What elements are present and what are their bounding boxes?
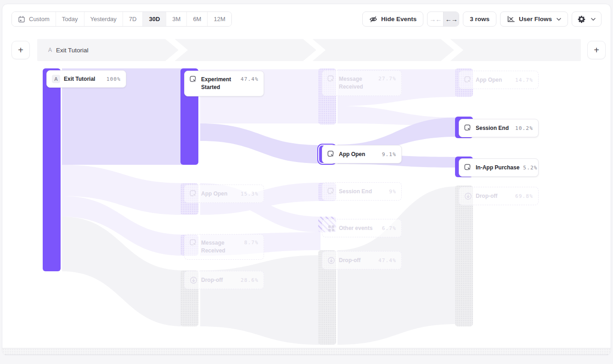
event-icon	[327, 188, 335, 196]
date-range-30d[interactable]: 30D	[142, 12, 166, 26]
start-event-title: Exit Tutorial	[56, 47, 89, 54]
event-share: 14.7%	[515, 77, 533, 83]
event-icon	[327, 75, 335, 83]
footer-strip	[2, 348, 611, 355]
date-range-selector: CustomTodayYesterday7D30D3M6M12M	[11, 11, 232, 27]
spacing-toggle: →← ←→	[427, 11, 459, 27]
flow-node-app-open-s3[interactable]: App Open14.7%	[459, 71, 539, 89]
flow-node-exit-tutorial[interactable]: AExit Tutorial100%	[46, 70, 126, 88]
toolbar-right: Hide Events →← ←→ 3 rows User Flows	[362, 11, 602, 27]
hide-events-label: Hide Events	[381, 16, 416, 22]
add-step-right-button[interactable]: +	[587, 41, 606, 59]
settings-button[interactable]	[572, 11, 602, 27]
date-range-label: Today	[62, 16, 78, 22]
event-share: 47.4%	[241, 76, 259, 82]
add-step-left-button[interactable]: +	[11, 41, 30, 59]
flow-ribbon-message-received-s2-to-session-end-s3	[337, 106, 457, 126]
date-range-custom[interactable]: Custom	[12, 12, 56, 26]
date-range-label: Yesterday	[90, 16, 117, 22]
flow-ribbon-exit-tutorial-to-message-received-s1	[62, 196, 183, 256]
view-selector-button[interactable]: User Flows	[500, 11, 568, 27]
event-share: 28.6%	[241, 277, 259, 283]
date-range-today[interactable]: Today	[56, 12, 84, 26]
flow-bar-exit-tutorial[interactable]	[43, 68, 61, 271]
flow-step-band: A Exit Tutorial	[37, 39, 581, 61]
event-name: Drop-off	[339, 257, 375, 264]
date-range-label: Custom	[29, 16, 50, 22]
event-share: 9%	[389, 189, 396, 195]
event-name: Experiment Started	[201, 76, 237, 91]
flow-node-experiment-started[interactable]: Experiment Started47.4%	[184, 71, 264, 96]
flow-node-drop-off-s1[interactable]: Drop-off28.6%	[184, 271, 264, 289]
event-badge: A	[52, 75, 60, 83]
other-events-icon	[327, 224, 335, 232]
event-name: Session End	[476, 124, 512, 132]
gear-icon	[578, 15, 585, 23]
flow-node-in-app-purchase-s3[interactable]: In-App Purchase5.2%	[459, 158, 539, 177]
flow-chart-icon	[507, 16, 515, 23]
flow-ribbon-drop-off-s1-to-drop-off-s2	[200, 255, 321, 345]
flow-node-session-end-s2[interactable]: Session End9%	[322, 182, 402, 201]
event-badge: A	[48, 47, 52, 53]
event-name: Drop-off	[201, 276, 237, 284]
drop-off-icon	[327, 257, 335, 264]
event-icon	[327, 151, 335, 158]
view-selector-label: User Flows	[519, 16, 552, 22]
event-icon	[190, 190, 197, 198]
event-name: App Open	[339, 151, 378, 158]
event-name: Session End	[339, 188, 385, 196]
drop-off-icon	[190, 276, 197, 284]
toolbar: CustomTodayYesterday7D30D3M6M12M Hide Ev…	[11, 11, 602, 27]
flow-node-drop-off-s2[interactable]: Drop-off47.4%	[322, 251, 402, 269]
rows-label: 3 rows	[470, 16, 489, 22]
flow-node-message-received-s2[interactable]: Message Received27.7%	[322, 70, 402, 96]
collapse-columns-button[interactable]: →←	[427, 12, 443, 26]
event-share: 100%	[107, 76, 121, 82]
date-range-label: 6M	[193, 16, 201, 22]
event-share: 27.7%	[378, 76, 396, 82]
hide-events-button[interactable]: Hide Events	[362, 11, 423, 27]
date-range-label: 3M	[172, 16, 180, 22]
event-name: Other events	[339, 224, 378, 232]
date-range-yesterday[interactable]: Yesterday	[84, 12, 123, 26]
event-name: Message Received	[201, 239, 241, 255]
calendar-icon	[18, 16, 25, 23]
event-name: App Open	[201, 190, 237, 198]
flow-node-drop-off-s3[interactable]: Drop-off69.8%	[459, 187, 539, 205]
event-icon	[464, 76, 472, 84]
flow-bar-drop-off-s3[interactable]	[455, 185, 473, 326]
date-range-12m[interactable]: 12M	[207, 12, 231, 26]
event-share: 10.2%	[515, 125, 533, 131]
user-flows-panel: CustomTodayYesterday7D30D3M6M12M Hide Ev…	[2, 4, 611, 356]
date-range-6m[interactable]: 6M	[186, 12, 207, 26]
event-share: 15.3%	[241, 191, 259, 197]
flow-node-session-end-s3[interactable]: Session End10.2%	[459, 119, 539, 137]
flow-ribbon-exit-tutorial-to-drop-off-s1	[62, 217, 183, 326]
event-share: 9.1%	[382, 151, 396, 157]
flow-ribbon-exit-tutorial-to-app-open-s1	[62, 165, 183, 215]
flow-node-app-open-s2[interactable]: App Open9.1%	[322, 145, 402, 163]
eye-off-icon	[369, 15, 377, 23]
rows-button[interactable]: 3 rows	[463, 11, 496, 27]
chevron-down-icon	[591, 18, 596, 21]
event-name: App Open	[476, 76, 512, 84]
event-name: Drop-off	[476, 192, 512, 200]
flow-node-other-events-s2[interactable]: Other events6.7%	[322, 219, 402, 237]
drop-off-icon	[464, 192, 472, 200]
event-icon	[190, 239, 197, 247]
event-share: 47.4%	[378, 258, 396, 263]
date-range-3m[interactable]: 3M	[166, 12, 186, 26]
event-share: 8.7%	[244, 240, 259, 246]
date-range-label: 12M	[214, 16, 225, 22]
start-event-label[interactable]: A Exit Tutorial	[48, 39, 89, 61]
event-icon	[190, 76, 197, 84]
date-range-7d[interactable]: 7D	[123, 12, 143, 26]
event-share: 69.8%	[515, 193, 533, 199]
event-icon	[464, 124, 472, 132]
event-share: 6.7%	[382, 225, 396, 231]
flow-node-message-received-s1[interactable]: Message Received8.7%	[184, 234, 264, 260]
flow-node-app-open-s1[interactable]: App Open15.3%	[184, 185, 264, 203]
expand-columns-button[interactable]: ←→	[443, 12, 459, 26]
chevron-down-icon	[557, 18, 561, 21]
event-share: 5.2%	[523, 165, 537, 171]
